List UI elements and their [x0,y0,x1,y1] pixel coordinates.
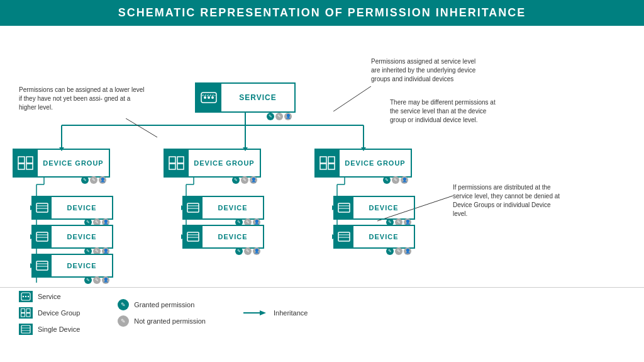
device-icon-2 [36,231,48,242]
dg1-icon [14,150,38,176]
dev1-3-label: DEVICE [52,262,112,269]
device-icon-6 [338,202,350,213]
legend-granted-icon: ✎ [118,299,129,310]
grid-icon-2 [169,156,185,170]
dg1-badges: ✎ ✎ 👤 [81,176,106,184]
annotation-mid-right-top: There may be different permissions atthe… [390,98,496,125]
annotation-top-left: Permissions can be assigned at a lower l… [19,86,145,112]
grid-icon-1 [18,156,34,170]
svg-rect-77 [21,308,25,312]
svg-rect-44 [169,157,175,163]
device-group-2: DEVICE GROUP ✎ ✎ 👤 [164,149,261,178]
dev1-1-icon [33,197,52,218]
svg-rect-43 [26,164,33,169]
legend-dg-icon [19,307,33,319]
dev3-2-label: DEVICE [353,233,414,240]
device-2-1: DEVICE ✎ ✎ 👤 [182,196,264,220]
grid-icon-3 [319,156,336,170]
service-node: SERVICE ✎ ✎ 👤 [195,82,296,113]
legend-grid-icon [21,308,31,317]
legend-granted-label: Granted permission [134,301,194,308]
legend-item-inheritance: Inheritance [243,307,308,319]
service-label: SERVICE [221,93,294,102]
dev3-1-icon [335,197,353,218]
svg-rect-58 [36,261,48,270]
legend-device-label: Single Device [38,325,80,333]
svg-rect-41 [26,157,33,163]
dg1-label: DEVICE GROUP [38,159,109,167]
legend-col-icons: Service Device Group [19,291,80,335]
svg-rect-81 [21,325,30,333]
dev3-1-label: DEVICE [353,204,414,212]
svg-rect-42 [18,164,25,169]
svg-point-76 [28,295,29,297]
svg-rect-49 [328,157,335,163]
legend-item-not-granted: ✎ Not granted permission [118,315,206,327]
annotation-arrow-tl [126,118,176,144]
legend-device-icon [19,324,33,335]
legend-col-permissions: ✎ Granted permission ✎ Not granted permi… [118,299,206,327]
svg-rect-51 [328,164,335,169]
svg-rect-46 [169,164,175,169]
dev2-2-label: DEVICE [203,233,263,240]
svg-point-37 [208,96,210,99]
annotation-mid-right-bottom: If permissions are distributed at theser… [453,183,560,218]
service-badges: ✎ ✎ 👤 [267,113,292,120]
dev1-3-badges: ✎ ✎ 👤 [84,276,109,284]
svg-rect-39 [203,95,215,96]
legend-service-icon [19,291,33,302]
dev1-2-label: DEVICE [52,233,112,240]
svg-line-33 [333,86,371,111]
svg-rect-52 [36,203,48,212]
svg-rect-78 [26,308,30,312]
device-icon [36,202,48,213]
device-icon-5 [187,231,199,242]
legend-item-service: Service [19,291,80,302]
header: SCHEMATIC REPRESENTATION OF PERMISSION I… [0,0,644,26]
service-badge-plus: 👤 [284,113,292,120]
svg-marker-85 [260,310,266,315]
device-2-2: DEVICE ✎ ✎ 👤 [182,225,264,249]
svg-rect-64 [187,232,199,241]
dg3-label: DEVICE GROUP [340,159,411,167]
device-icon-4 [187,202,199,213]
svg-rect-80 [26,313,30,317]
dev2-2-icon [184,226,203,247]
dev3-2-badges: ✎ ✎ 👤 [386,247,411,255]
svg-rect-79 [21,313,25,317]
device-1-3: DEVICE ✎ ✎ 👤 [31,254,113,278]
device-icon-7 [338,231,350,242]
svg-point-74 [23,295,24,297]
service-badge-user: ✎ [275,113,283,120]
dev2-1-label: DEVICE [203,204,263,212]
device-icon-3 [36,260,48,271]
main-content: Permissions can be assigned at a lower l… [0,26,644,337]
legend-cloud-icon [21,292,31,301]
legend: Service Device Group [0,287,644,337]
cloud-icon [200,90,218,105]
svg-rect-70 [338,232,350,241]
legend-not-granted-label: Not granted permission [134,317,206,325]
device-3-2: DEVICE ✎ ✎ 👤 [333,225,415,249]
legend-device-icon-svg [21,325,31,334]
legend-col-inheritance: Inheritance [243,307,308,319]
svg-rect-55 [36,232,48,241]
dg3-icon [316,150,340,176]
dg3-badges: ✎ ✎ 👤 [383,176,408,184]
legend-item-granted: ✎ Granted permission [118,299,206,310]
legend-item-device: Single Device [19,324,80,335]
device-1-1: DEVICE ✎ ✎ 👤 [31,196,113,220]
legend-item-dg: Device Group [19,307,80,319]
legend-dg-label: Device Group [38,309,80,317]
dev2-2-badges: ✎ ✎ 👤 [235,247,260,255]
svg-rect-61 [187,203,199,212]
svg-line-32 [126,118,157,137]
dg2-icon [165,150,189,176]
legend-inheritance-label: Inheritance [274,309,308,317]
legend-not-granted-icon: ✎ [118,315,129,327]
dg2-badges: ✎ ✎ 👤 [232,176,257,184]
dev3-2-icon [335,226,353,247]
svg-rect-40 [18,157,25,163]
svg-point-75 [25,295,26,297]
legend-service-label: Service [38,293,61,300]
